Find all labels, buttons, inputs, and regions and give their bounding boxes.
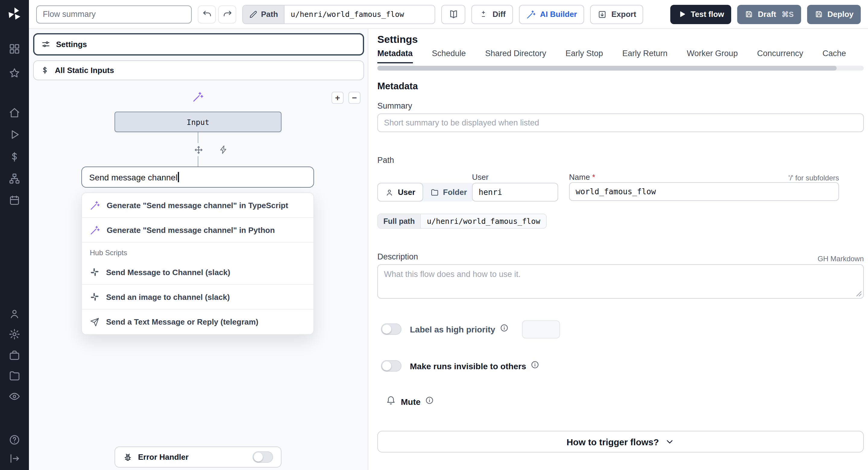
- summary-input[interactable]: [377, 113, 864, 132]
- high-priority-toggle[interactable]: [381, 323, 401, 335]
- how-to-trigger-flows-expander[interactable]: How to trigger flows?: [377, 431, 864, 452]
- sidebar-apps-grid-icon[interactable]: [8, 43, 21, 55]
- resize-handle-icon[interactable]: [856, 291, 862, 297]
- redo-icon: [222, 9, 232, 19]
- generate-python-item[interactable]: Generate "Send message channel" in Pytho…: [82, 218, 313, 242]
- tab-schedule[interactable]: Schedule: [432, 49, 466, 63]
- windmill-flow-editor: Path u/henri/world_famous_flow Diff AI B…: [0, 0, 868, 470]
- deploy-button[interactable]: Deploy: [807, 4, 861, 24]
- flow-settings-node[interactable]: Settings: [33, 33, 364, 56]
- zap-icon: [219, 145, 228, 154]
- export-button[interactable]: Export: [590, 4, 644, 24]
- book-icon: [448, 9, 458, 19]
- sidebar-audit-eye-icon[interactable]: [8, 390, 21, 403]
- hub-scripts-header: Hub Scripts: [82, 242, 313, 260]
- path-editor[interactable]: Path u/henri/world_famous_flow: [242, 4, 435, 24]
- export-label: Export: [612, 10, 636, 19]
- redo-button[interactable]: [218, 5, 236, 23]
- hub-item-slack-message[interactable]: Send Message to Channel (slack): [82, 260, 313, 285]
- tab-cache[interactable]: Cache: [823, 49, 846, 63]
- sidebar-resources-flow-icon[interactable]: [8, 173, 21, 185]
- description-textarea[interactable]: [377, 264, 864, 299]
- hub-item-label: Send Message to Channel (slack): [106, 268, 230, 276]
- step-search-value: Send message channel: [89, 172, 178, 182]
- docs-button[interactable]: [441, 4, 465, 24]
- insert-step-move-button[interactable]: [192, 143, 205, 156]
- diff-icon: [478, 9, 488, 19]
- hub-item-label: Send an image to channel (slack): [106, 292, 230, 301]
- all-static-inputs-node[interactable]: All Static Inputs: [33, 60, 364, 80]
- settings-panel-title: Settings: [377, 34, 418, 46]
- tab-concurrency[interactable]: Concurrency: [757, 49, 803, 63]
- owner-kind-toggle: User Folder: [377, 183, 474, 202]
- tab-early-return[interactable]: Early Return: [622, 49, 668, 63]
- path-tag: Path: [243, 5, 284, 23]
- undo-button[interactable]: [198, 5, 216, 23]
- tabs-scrollbar-thumb[interactable]: [377, 66, 837, 70]
- path-section-label: Path: [377, 156, 394, 165]
- flow-summary-input[interactable]: [36, 5, 192, 23]
- tab-worker-group[interactable]: Worker Group: [687, 49, 738, 63]
- metadata-heading: Metadata: [377, 81, 418, 92]
- name-label-text: Name: [569, 173, 590, 182]
- settings-tabs: Metadata Schedule Shared Directory Early…: [377, 49, 846, 63]
- full-path-label: Full path: [378, 214, 420, 228]
- telegram-icon: [90, 317, 99, 327]
- tab-shared-directory[interactable]: Shared Directory: [485, 49, 547, 63]
- info-icon[interactable]: [425, 396, 434, 407]
- flow-graph-panel: Settings All Static Inputs + − Input Sen…: [29, 29, 368, 470]
- sidebar-schedules-calendar-icon[interactable]: [8, 194, 21, 206]
- slack-icon: [90, 267, 99, 277]
- error-handler-toggle[interactable]: [253, 451, 273, 463]
- hub-item-slack-image[interactable]: Send an image to channel (slack): [82, 285, 313, 310]
- sidebar-folders-icon[interactable]: [8, 370, 21, 382]
- generate-typescript-label: Generate "Send message channel" in TypeS…: [107, 201, 288, 210]
- sidebar-home-icon[interactable]: [8, 107, 21, 119]
- wand-icon: [526, 9, 536, 19]
- trigger-zap-button[interactable]: [217, 143, 230, 156]
- invisible-runs-label: Make runs invisible to others: [410, 361, 526, 371]
- sidebar-help-icon[interactable]: [8, 434, 21, 446]
- user-input[interactable]: [472, 183, 558, 202]
- step-search-input[interactable]: Send message channel: [82, 167, 314, 188]
- draft-label: Draft: [758, 10, 776, 19]
- ai-builder-button[interactable]: AI Builder: [519, 4, 584, 24]
- zoom-out-button[interactable]: −: [348, 92, 361, 104]
- windmill-logo-icon[interactable]: [7, 6, 22, 22]
- sidebar-star-icon[interactable]: [8, 67, 21, 79]
- markdown-hint: GH Markdown: [818, 255, 864, 263]
- error-handler-node[interactable]: Error Handler: [115, 446, 281, 468]
- draft-button[interactable]: Draft ⌘S: [738, 4, 801, 24]
- sidebar-user-icon[interactable]: [8, 308, 21, 320]
- test-flow-button[interactable]: Test flow: [670, 4, 732, 24]
- owner-kind-user[interactable]: User: [377, 183, 423, 202]
- name-input[interactable]: [569, 182, 839, 201]
- path-value-input[interactable]: u/henri/world_famous_flow: [284, 5, 435, 23]
- invisible-runs-toggle[interactable]: [381, 360, 401, 372]
- info-icon[interactable]: [530, 360, 539, 372]
- diff-button[interactable]: Diff: [471, 4, 513, 24]
- tab-metadata[interactable]: Metadata: [377, 49, 412, 63]
- priority-value-input[interactable]: [522, 320, 560, 338]
- sidebar-runs-play-icon[interactable]: [8, 128, 21, 141]
- test-flow-label: Test flow: [691, 10, 724, 19]
- input-ai-wand-icon[interactable]: [192, 91, 204, 105]
- sidebar-gear-icon[interactable]: [8, 328, 21, 340]
- sidebar-workers-briefcase-icon[interactable]: [8, 349, 21, 361]
- play-icon: [678, 10, 687, 19]
- sidebar-variables-dollar-icon[interactable]: [8, 151, 21, 163]
- hub-item-telegram-message[interactable]: Send a Text Message or Reply (telegram): [82, 310, 313, 334]
- zoom-in-button[interactable]: +: [332, 92, 344, 104]
- info-icon[interactable]: [499, 323, 508, 335]
- chevron-down-icon: [665, 437, 675, 446]
- owner-kind-folder[interactable]: Folder: [423, 183, 474, 202]
- description-label: Description: [377, 252, 418, 261]
- input-node[interactable]: Input: [115, 112, 281, 132]
- generate-typescript-item[interactable]: Generate "Send message channel" in TypeS…: [82, 193, 313, 218]
- tab-early-stop[interactable]: Early Stop: [565, 49, 603, 63]
- tabs-scrollbar[interactable]: [377, 66, 864, 70]
- sidebar-expand-arrow-icon[interactable]: [8, 452, 21, 465]
- export-icon: [598, 9, 607, 19]
- diff-label: Diff: [493, 10, 505, 19]
- sliders-icon: [41, 39, 51, 49]
